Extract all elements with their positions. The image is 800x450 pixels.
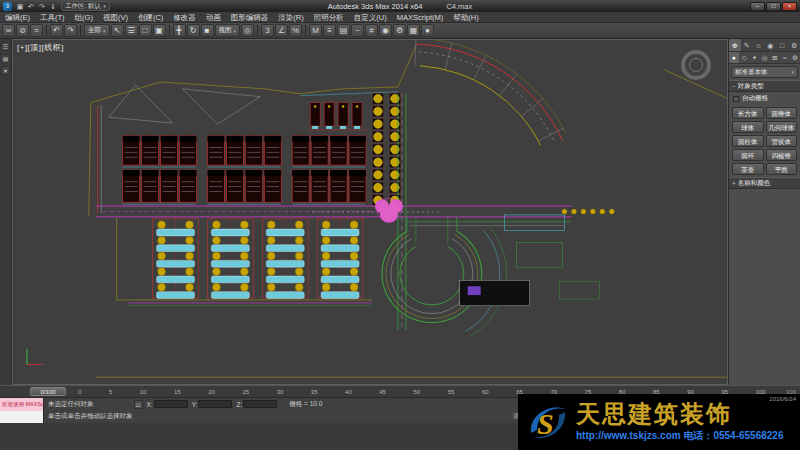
timeline-tick: 10 <box>140 389 147 395</box>
viewport-label[interactable]: [+][顶][线框] <box>17 42 64 53</box>
reference-coordinate-dropdown[interactable]: 视图▾ <box>215 24 241 37</box>
listener-white-row[interactable] <box>0 411 43 424</box>
percent-snap-icon[interactable]: % <box>289 24 302 37</box>
rendered-frame-icon[interactable]: ▦ <box>407 24 420 37</box>
align-icon[interactable]: ≡ <box>323 24 336 37</box>
select-and-move-icon[interactable]: ╋ <box>173 24 186 37</box>
redo-icon[interactable]: ↷ <box>37 2 47 11</box>
bind-to-spacewarp-icon[interactable]: ≈ <box>30 24 43 37</box>
menu-item[interactable]: MAXScript(M) <box>392 12 449 23</box>
tab-motion[interactable]: ◉ <box>764 39 776 51</box>
scene-explorer-icon[interactable]: ☰ <box>1 42 10 51</box>
menu-item[interactable]: 创建(C) <box>133 12 168 23</box>
angle-snap-icon[interactable]: ∠ <box>275 24 288 37</box>
z-coordinate-field[interactable] <box>243 400 277 408</box>
layer-explorer-icon[interactable]: ▤ <box>1 54 10 63</box>
menu-item[interactable]: 工具(T) <box>35 12 70 23</box>
close-button[interactable]: × <box>782 2 797 11</box>
use-pivot-center-icon[interactable]: ◎ <box>241 24 254 37</box>
maximize-button[interactable]: □ <box>766 2 781 11</box>
menu-item[interactable]: 渲染(R) <box>273 12 308 23</box>
rectangular-selection-region-icon[interactable]: □ <box>139 24 152 37</box>
workspace-label: 工作区: 默认 <box>65 2 101 11</box>
unlink-selection-icon[interactable]: ⊘ <box>16 24 29 37</box>
menu-item[interactable]: 编辑(E) <box>0 12 35 23</box>
time-slider-handle[interactable]: 0/100 <box>30 387 66 396</box>
render-setup-icon[interactable]: ⚙ <box>393 24 406 37</box>
menu-item[interactable]: 修改器 <box>168 12 201 23</box>
timeline-tick: 45 <box>379 389 386 395</box>
category-systems[interactable]: ⚙ <box>790 52 800 63</box>
main-area: ☰▤▾ [+][顶][线框] ⊕✎⌂◉□⚙ ●◇✦◎⊞≈⚙ 标准基本体▾ − 对… <box>0 39 800 385</box>
object-type-rollout[interactable]: − 对象类型 <box>729 80 800 92</box>
material-editor-icon[interactable]: ◉ <box>379 24 392 37</box>
category-helpers[interactable]: ⊞ <box>770 52 780 63</box>
workspace-dropdown[interactable]: 工作区: 默认 ▾ <box>61 1 110 11</box>
layer-manager-icon[interactable]: ▤ <box>337 24 350 37</box>
viewcube[interactable] <box>681 50 711 80</box>
tab-create[interactable]: ⊕ <box>729 39 741 51</box>
object-type-button[interactable]: 四棱锥 <box>766 149 798 161</box>
curve-editor-icon[interactable]: ~ <box>351 24 364 37</box>
menu-item[interactable]: 帮助(H) <box>448 12 483 23</box>
company-name: 天思建筑装饰 <box>576 401 784 427</box>
render-icon[interactable]: ● <box>421 24 434 37</box>
app-logo-icon[interactable]: 3 <box>3 2 12 11</box>
object-type-button[interactable]: 长方体 <box>732 107 764 119</box>
timeline-tick: 30 <box>277 389 284 395</box>
tab-modify[interactable]: ✎ <box>741 39 753 51</box>
redo-icon[interactable]: ↷ <box>64 24 77 37</box>
select-by-name-icon[interactable]: ☰ <box>125 24 138 37</box>
subcategory-dropdown[interactable]: 标准基本体▾ <box>731 66 798 78</box>
autogrid-checkbox[interactable] <box>733 96 739 102</box>
object-type-button[interactable]: 球体 <box>732 121 764 133</box>
x-coordinate-field[interactable] <box>154 400 188 408</box>
object-type-button[interactable]: 圆锥体 <box>766 107 798 119</box>
category-lights[interactable]: ✦ <box>749 52 759 63</box>
category-geometry[interactable]: ● <box>729 52 739 63</box>
command-panel: ⊕✎⌂◉□⚙ ●◇✦◎⊞≈⚙ 标准基本体▾ − 对象类型 自动栅格 长方体圆锥体… <box>728 39 800 385</box>
listener-pink-row[interactable]: 欢迎使用 MAXScript <box>0 398 43 411</box>
tab-display[interactable]: □ <box>776 39 788 51</box>
menu-item[interactable]: 图形编辑器 <box>226 12 274 23</box>
select-and-scale-icon[interactable]: ■ <box>201 24 214 37</box>
select-and-link-icon[interactable]: ∞ <box>2 24 15 37</box>
ribbon-toggle-icon[interactable]: ▾ <box>1 66 10 75</box>
name-color-rollout[interactable]: + 名称和颜色 <box>729 177 800 189</box>
save-icon[interactable]: ▣ <box>15 2 25 11</box>
category-cameras[interactable]: ◎ <box>759 52 769 63</box>
object-type-button[interactable]: 圆柱体 <box>732 135 764 147</box>
menu-item[interactable]: 照明分析 <box>309 12 349 23</box>
snap-toggle-icon[interactable]: 3 <box>261 24 274 37</box>
category-spacewarps[interactable]: ≈ <box>780 52 790 63</box>
transform-lock-icon[interactable]: ⊡ <box>134 400 143 409</box>
object-type-button[interactable]: 圆环 <box>732 149 764 161</box>
company-contact[interactable]: http://www.tskjzs.com 电话：0554-65568226 <box>576 429 784 443</box>
maxscript-mini-listener[interactable]: 欢迎使用 MAXScript <box>0 398 44 423</box>
undo-icon[interactable]: ↶ <box>50 24 63 37</box>
selection-filter-dropdown[interactable]: 全部▾ <box>84 24 110 37</box>
select-object-icon[interactable]: ↖ <box>111 24 124 37</box>
mirror-icon[interactable]: M <box>309 24 322 37</box>
category-shapes[interactable]: ◇ <box>739 52 749 63</box>
schematic-view-icon[interactable]: # <box>365 24 378 37</box>
window-crossing-icon[interactable]: ▣ <box>153 24 166 37</box>
object-type-button[interactable]: 茶壶 <box>732 163 764 175</box>
menu-item[interactable]: 视图(V) <box>98 12 133 23</box>
object-type-button[interactable]: 平面 <box>766 163 798 175</box>
menu-item[interactable]: 自定义(U) <box>349 12 392 23</box>
select-and-rotate-icon[interactable]: ↻ <box>187 24 200 37</box>
fetch-icon[interactable]: ⇓ <box>48 2 58 11</box>
undo-icon[interactable]: ↶ <box>26 2 36 11</box>
tab-hierarchy[interactable]: ⌂ <box>753 39 765 51</box>
object-type-button[interactable]: 管状体 <box>766 135 798 147</box>
menu-item[interactable]: 组(G) <box>70 12 98 23</box>
y-coordinate-field[interactable] <box>198 400 232 408</box>
viewport-canvas[interactable] <box>13 40 727 384</box>
menu-item[interactable]: 动画 <box>201 12 226 23</box>
object-type-button[interactable]: 几何球体 <box>766 121 798 133</box>
tab-utilities[interactable]: ⚙ <box>788 39 800 51</box>
viewport[interactable]: [+][顶][线框] <box>12 39 728 385</box>
minimize-button[interactable]: – <box>750 2 765 11</box>
main-toolbar: ∞⊘≈↶↷全部▾↖☰□▣╋↻■视图▾◎3∠%M≡▤~#◉⚙▦● <box>0 23 800 39</box>
